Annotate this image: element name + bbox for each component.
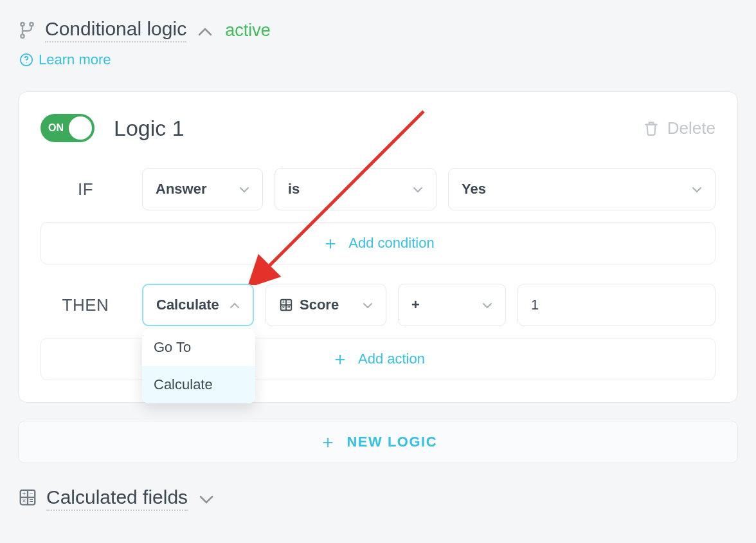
learn-more-link[interactable]: Learn more — [39, 51, 111, 68]
logic-name: Logic 1 — [114, 116, 624, 141]
then-action-dropdown: Go To Calculate — [142, 329, 255, 403]
then-target-select[interactable]: + − × = Score — [266, 284, 386, 326]
if-value-select[interactable]: Yes — [448, 168, 716, 210]
if-field-select[interactable]: Answer — [142, 168, 263, 210]
calculator-icon: + − × = — [18, 488, 37, 510]
trash-icon — [643, 118, 660, 138]
then-operator-value: + — [411, 297, 420, 313]
chevron-down-icon — [692, 183, 702, 196]
chevron-up-icon[interactable] — [198, 21, 212, 41]
chevron-down-icon — [239, 183, 249, 196]
toggle-knob — [69, 116, 92, 140]
chevron-down-icon[interactable] — [199, 489, 213, 509]
then-value-input[interactable]: 1 — [518, 284, 716, 326]
score-icon: + − × = — [279, 298, 293, 312]
add-action-label: Add action — [358, 351, 425, 367]
delete-button[interactable]: Delete — [643, 118, 716, 138]
chevron-down-icon — [363, 299, 373, 312]
logic-toggle[interactable]: ON — [40, 114, 94, 142]
plus-icon: ＋ — [321, 234, 339, 252]
then-action-select[interactable]: Calculate — [142, 284, 254, 326]
svg-point-4 — [26, 62, 26, 63]
svg-text:−: − — [30, 490, 33, 497]
then-value: 1 — [531, 297, 539, 313]
add-condition-label: Add condition — [348, 235, 434, 252]
chevron-down-icon — [413, 183, 423, 196]
svg-text:=: = — [30, 497, 33, 504]
new-logic-label: NEW LOGIC — [346, 434, 437, 450]
dropdown-option-goto[interactable]: Go To — [142, 329, 255, 366]
if-value: Yes — [462, 181, 486, 198]
section-title-conditional-logic[interactable]: Conditional logic — [45, 18, 186, 42]
chevron-up-icon — [230, 299, 240, 312]
section-title-calculated-fields[interactable]: Calculated fields — [46, 486, 188, 511]
svg-text:=: = — [287, 304, 290, 310]
then-action-value: Calculate — [156, 297, 219, 313]
then-operator-select[interactable]: + — [398, 284, 506, 326]
branch-icon — [18, 21, 36, 40]
dropdown-option-calculate[interactable]: Calculate — [142, 366, 255, 403]
svg-text:×: × — [282, 304, 285, 310]
toggle-label: ON — [48, 122, 64, 134]
if-field-value: Answer — [156, 181, 206, 198]
help-icon — [19, 53, 33, 67]
if-label: IF — [40, 179, 130, 199]
then-label: THEN — [40, 295, 130, 315]
then-target-value: + − × = Score — [279, 297, 339, 313]
if-operator-select[interactable]: is — [274, 168, 437, 210]
svg-text:+: + — [22, 490, 26, 497]
plus-icon: ＋ — [319, 433, 338, 451]
svg-text:×: × — [22, 497, 26, 504]
if-operator-value: is — [288, 181, 300, 198]
logic-card: ON Logic 1 Delete IF Answer is Yes — [18, 91, 738, 403]
status-badge: active — [225, 21, 271, 41]
plus-icon: ＋ — [331, 350, 349, 368]
chevron-down-icon — [482, 299, 492, 312]
new-logic-button[interactable]: ＋ NEW LOGIC — [18, 421, 738, 463]
delete-label: Delete — [667, 118, 716, 138]
add-condition-button[interactable]: ＋ Add condition — [40, 222, 716, 264]
